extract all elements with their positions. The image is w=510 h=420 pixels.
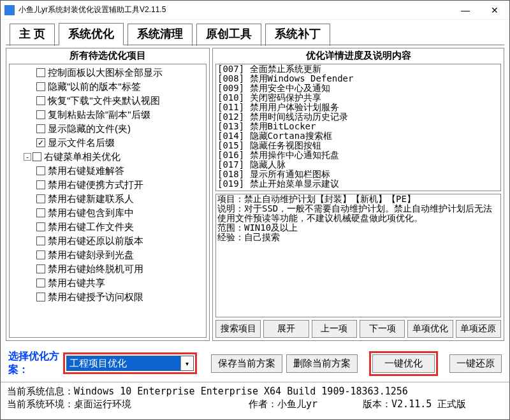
detail-line: [017] 隐藏人脉	[217, 160, 499, 170]
tree-row[interactable]: 禁用右键还原以前版本	[11, 234, 206, 248]
tree-checkbox[interactable]	[36, 194, 45, 203]
tree-item-label: 禁用右键疑难解答	[48, 164, 124, 178]
window-title: 小鱼儿yr系统封装优化设置辅助工具V2.11.5	[18, 4, 451, 15]
optimization-tree[interactable]: 控制面板以大图标全部显示隐藏"以前的版本"标签恢复"下载"文件夹默认视图复制粘贴…	[9, 64, 207, 338]
tree-item-label: 复制粘贴去除"副本"后缀	[48, 108, 150, 122]
description-line: 经验：自己摸索	[217, 233, 499, 242]
status-environment: 当前系统环境：桌面运行环境	[7, 398, 243, 410]
next-item-button[interactable]: 下一项	[360, 320, 405, 338]
scheme-label: 选择优化方案：	[8, 350, 59, 377]
detail-list[interactable]: [007] 全面禁止系统更新[008] 禁用Windows Defender[0…	[215, 64, 501, 191]
scheme-combo-highlight: 工程项目优化 ▾	[63, 352, 197, 374]
tree-checkbox[interactable]	[36, 82, 45, 91]
detail-button-row: 搜索项目 展开 上一项 下一项 单项优化 单项还原	[213, 320, 504, 340]
tree-row[interactable]: 禁用右键共享	[11, 276, 206, 290]
tree-item-label: 禁用右键还原以前版本	[48, 234, 143, 248]
tree-row[interactable]: 禁用右键工作文件夹	[11, 220, 206, 234]
tree-item-label: 右键菜单相关优化	[44, 150, 120, 164]
tree-checkbox[interactable]	[36, 180, 45, 189]
tree-row[interactable]: 禁用右键始终脱机可用	[11, 262, 206, 276]
tree-row[interactable]: 显示隐藏的文件(夹)	[11, 122, 206, 136]
right-panel-header: 优化详情进度及说明内容	[213, 48, 504, 64]
detail-line: [019] 禁止开始菜单显示建议	[217, 179, 499, 189]
detail-line: [016] 禁用操作中心通知托盘	[217, 150, 499, 160]
close-button[interactable]: ✕	[480, 1, 509, 20]
tree-checkbox[interactable]	[33, 152, 41, 161]
tree-checkbox[interactable]	[36, 264, 45, 273]
tree-row[interactable]: 禁用右键刻录到光盘	[11, 248, 206, 262]
tab-system-patch[interactable]: 系统补丁	[265, 24, 330, 46]
tree-expander-icon[interactable]: -	[24, 153, 31, 161]
tree-checkbox[interactable]	[36, 124, 45, 133]
tree-row[interactable]: 控制面板以大图标全部显示	[11, 66, 206, 80]
scheme-row: 选择优化方案： 工程项目优化 ▾ 保存当前方案 删除当前方案 一键优化 一键还原	[1, 345, 509, 382]
tree-checkbox[interactable]	[36, 293, 45, 301]
search-item-button[interactable]: 搜索项目	[215, 320, 261, 338]
tree-row[interactable]: 禁用右键便携方式打开	[11, 178, 206, 192]
tree-checkbox[interactable]	[36, 138, 45, 147]
prev-item-button[interactable]: 上一项	[312, 320, 357, 338]
tree-item-label: 禁用右键新建联系人	[48, 192, 134, 206]
tree-checkbox[interactable]	[36, 68, 45, 77]
save-scheme-button[interactable]: 保存当前方案	[211, 354, 282, 373]
delete-scheme-button[interactable]: 删除当前方案	[286, 354, 358, 373]
one-key-optimize-highlight: 一键优化	[369, 351, 438, 376]
detail-line: [012] 禁用时间线活动历史记录	[217, 112, 499, 122]
tab-system-optimize[interactable]: 系统优化	[59, 23, 124, 45]
scheme-combobox-value: 工程项目优化	[67, 356, 180, 370]
chevron-down-icon[interactable]: ▾	[180, 356, 193, 370]
tree-item-label: 禁用右键授予访问权限	[48, 290, 143, 304]
tree-checkbox[interactable]	[36, 222, 45, 231]
tree-checkbox[interactable]	[36, 110, 45, 119]
tree-row[interactable]: -右键菜单相关优化	[11, 150, 206, 164]
detail-description[interactable]: 项目：禁止自动维护计划【封装】【新机】【PE】说明：对于SSD，一般不需要自动维…	[215, 194, 501, 317]
description-line: 项目：禁止自动维护计划【封装】【新机】【PE】	[217, 194, 499, 204]
tree-item-label: 控制面板以大图标全部显示	[48, 66, 163, 80]
tree-item-label: 禁用右键包含到库中	[48, 206, 134, 220]
tree-row[interactable]: 隐藏"以前的版本"标签	[11, 80, 206, 94]
one-key-restore-button[interactable]: 一键还原	[449, 354, 502, 373]
tree-checkbox[interactable]	[36, 236, 45, 245]
tree-checkbox[interactable]	[36, 279, 45, 287]
status-version: 版本：V2.11.5 正式版	[363, 398, 466, 410]
detail-line: [009] 禁用安全中心及通知	[217, 83, 499, 93]
tree-row[interactable]: 禁用右键疑难解答	[11, 164, 206, 178]
minimize-button[interactable]: —	[451, 1, 480, 20]
main-tabs: 主 页 系统优化 系统清理 原创工具 系统补丁	[1, 20, 509, 45]
one-key-optimize-button[interactable]: 一键优化	[372, 354, 435, 373]
tree-item-label: 隐藏"以前的版本"标签	[48, 80, 141, 94]
single-optimize-button[interactable]: 单项优化	[407, 320, 453, 338]
status-system-info: 当前系统信息：Windows 10 Enterprise Enterprise …	[7, 385, 408, 398]
detail-line: [007] 全面禁止系统更新	[217, 64, 499, 74]
tree-row[interactable]: 禁用右键授予访问权限	[11, 290, 206, 304]
tab-original-tools[interactable]: 原创工具	[196, 24, 261, 46]
detail-line: [013] 禁用BitLocker	[217, 122, 499, 131]
status-author: 作者：小鱼儿yr	[249, 398, 357, 410]
tree-checkbox[interactable]	[36, 166, 45, 175]
tree-row[interactable]: 禁用右键新建联系人	[11, 192, 206, 206]
tree-item-label: 禁用右键共享	[48, 276, 105, 290]
scheme-combobox[interactable]: 工程项目优化 ▾	[66, 356, 194, 371]
tree-item-label: 显示文件名后缀	[48, 136, 115, 150]
detail-line: [011] 禁用用户体验计划服务	[217, 103, 499, 112]
tree-checkbox[interactable]	[36, 96, 45, 105]
tree-checkbox[interactable]	[36, 250, 45, 259]
tab-system-clean[interactable]: 系统清理	[127, 24, 193, 46]
single-restore-button[interactable]: 单项还原	[456, 320, 501, 338]
tree-row[interactable]: 显示文件名后缀	[11, 136, 206, 150]
tree-checkbox[interactable]	[36, 208, 45, 217]
status-bar: 当前系统信息：Windows 10 Enterprise Enterprise …	[1, 382, 509, 413]
tree-item-label: 禁用右键工作文件夹	[48, 220, 134, 234]
window-titlebar: 小鱼儿yr系统封装优化设置辅助工具V2.11.5 — ✕	[1, 1, 509, 20]
right-panel: 优化详情进度及说明内容 [007] 全面禁止系统更新[008] 禁用Window…	[212, 48, 504, 341]
tree-row[interactable]: 禁用右键包含到库中	[11, 206, 206, 220]
detail-line: [015] 隐藏任务视图按钮	[217, 141, 499, 150]
tree-item-label: 禁用右键刻录到光盘	[48, 248, 134, 262]
expand-button[interactable]: 展开	[263, 320, 309, 338]
tree-item-label: 恢复"下载"文件夹默认视图	[48, 94, 160, 108]
detail-line: [014] 隐藏Cortana搜索框	[217, 131, 499, 141]
tree-item-label: 显示隐藏的文件(夹)	[48, 122, 131, 136]
tree-row[interactable]: 复制粘贴去除"副本"后缀	[11, 108, 206, 122]
tab-home[interactable]: 主 页	[10, 24, 55, 46]
tree-row[interactable]: 恢复"下载"文件夹默认视图	[11, 94, 206, 108]
